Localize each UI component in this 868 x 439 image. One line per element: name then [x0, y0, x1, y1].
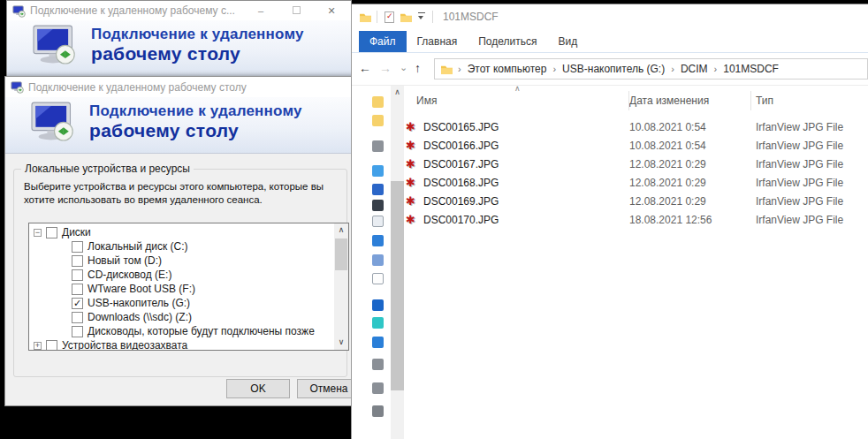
tree-item[interactable]: −Диски: [29, 225, 333, 239]
file-type: IrfanView JPG File: [756, 140, 868, 152]
scroll-thumb[interactable]: [391, 181, 404, 390]
drive-icon[interactable]: [372, 382, 384, 394]
recent-locations-button[interactable]: ⌄: [400, 62, 407, 73]
file-row[interactable]: ✱ DSC00168.JPG 12.08.2021 0:29 IrfanView…: [405, 173, 868, 192]
breadcrumb-item[interactable]: USB-накопитель (G:): [562, 63, 665, 75]
new-folder-button[interactable]: [400, 11, 413, 23]
checkbox[interactable]: [72, 241, 83, 253]
tree-item[interactable]: CD-дисковод (E:): [29, 268, 333, 282]
tree-item[interactable]: ✓USB-накопитель (G:): [29, 296, 333, 310]
tree-item[interactable]: Новый том (D:): [29, 254, 333, 268]
tab-главная[interactable]: Главная: [407, 31, 468, 52]
scroll-thumb[interactable]: [335, 238, 347, 270]
jpg-file-icon: ✱: [406, 176, 423, 189]
download-arrow-icon[interactable]: [372, 235, 384, 246]
monitor-icon[interactable]: [372, 165, 384, 177]
remote-desktop-icon: [28, 102, 80, 146]
drive-icon[interactable]: [372, 359, 384, 370]
breadcrumb-item[interactable]: DCIM: [681, 63, 708, 75]
checkbox[interactable]: [72, 284, 83, 295]
rdp-icon: [12, 4, 26, 18]
checkbox[interactable]: [72, 255, 83, 267]
rdp-dialog-front: Подключение к удаленному рабочему столу …: [4, 76, 358, 406]
checkbox[interactable]: [72, 269, 83, 281]
devices-tree: −ДискиЛокальный диск (C:)Новый том (D:)C…: [28, 223, 349, 351]
network-icon[interactable]: [372, 405, 384, 417]
device-icon[interactable]: [372, 140, 384, 152]
column-header-date[interactable]: Дата изменения: [629, 95, 756, 107]
document-icon[interactable]: [372, 216, 384, 227]
address-bar[interactable]: ›Этот компьютер›USB-накопитель (G:)›DCIM…: [434, 58, 868, 79]
banner-title-line2: рабочему столу: [89, 120, 302, 141]
checkbox[interactable]: [46, 340, 57, 352]
tree-item[interactable]: Дисководы, которые будут подключены позж…: [29, 324, 333, 338]
file-row[interactable]: ✱ DSC00167.JPG 12.08.2021 0:29 IrfanView…: [405, 155, 868, 173]
tree-item-label: Локальный диск (C:): [88, 240, 188, 253]
file-date: 12.08.2021 0:29: [629, 195, 756, 208]
expand-icon[interactable]: +: [34, 342, 42, 350]
minimize-button[interactable]: –: [243, 5, 278, 16]
jpg-file-icon: ✱: [406, 194, 423, 208]
onedrive-icon[interactable]: [372, 299, 384, 311]
file-date: 18.08.2021 12:56: [629, 214, 756, 226]
properties-button[interactable]: ✓: [385, 11, 394, 23]
file-type: IrfanView JPG File: [756, 214, 868, 226]
folder-icon[interactable]: [372, 96, 384, 108]
collapse-icon[interactable]: −: [34, 229, 42, 237]
checkbox[interactable]: [72, 326, 83, 337]
tree-item[interactable]: Downloads (\\sdc) (Z:): [29, 310, 333, 324]
close-button[interactable]: ✕: [314, 5, 349, 17]
film-icon[interactable]: [372, 200, 384, 211]
folder-icon[interactable]: [372, 115, 384, 126]
window-title: 101MSDCF: [443, 11, 499, 23]
titlebar[interactable]: Подключение к удаленному рабочему с... –…: [7, 1, 351, 20]
picture-icon[interactable]: [372, 254, 384, 266]
titlebar[interactable]: ✓ 101MSDCF: [352, 4, 868, 29]
file-date: 10.08.2021 0:54: [629, 121, 756, 133]
window-title: Подключение к удаленному рабочему с...: [30, 4, 235, 17]
video-folder-icon[interactable]: [372, 184, 384, 195]
file-name: DSC00166.JPG: [423, 140, 629, 152]
breadcrumb-item[interactable]: Этот компьютер: [468, 63, 547, 75]
back-button[interactable]: ←: [359, 61, 371, 75]
tree-item[interactable]: Локальный диск (C:): [29, 239, 333, 254]
file-row[interactable]: ✱ DSC00165.JPG 10.08.2021 0:54 IrfanView…: [405, 117, 868, 136]
jpg-file-icon: ✱: [406, 139, 423, 152]
file-row[interactable]: ✱ DSC00166.JPG 10.08.2021 0:54 IrfanView…: [405, 136, 868, 155]
checkbox[interactable]: [72, 312, 83, 323]
nav-scrollbar[interactable]: ∧: [391, 86, 404, 439]
blank-folder-icon[interactable]: [372, 273, 384, 284]
titlebar[interactable]: Подключение к удаленному рабочему столу: [5, 77, 357, 97]
tree-scrollbar[interactable]: ∧ ∨: [334, 223, 348, 350]
checkbox[interactable]: [46, 227, 57, 238]
jpg-file-icon: ✱: [406, 157, 423, 170]
tree-item[interactable]: +Устройства видеозахвата: [29, 338, 333, 351]
scroll-up-icon[interactable]: ∧: [391, 87, 404, 96]
groupbox-description: Выберите устройства и ресурсы этого комп…: [24, 180, 324, 207]
music-icon[interactable]: [372, 317, 384, 329]
qat-customize-button[interactable]: [418, 12, 425, 22]
tab-поделиться[interactable]: Поделиться: [468, 31, 547, 52]
maximize-button[interactable]: [278, 5, 314, 16]
column-headers: Имя Дата изменения Тип ∧: [405, 89, 868, 112]
checkbox[interactable]: ✓: [72, 298, 83, 309]
ok-button[interactable]: OK: [226, 379, 290, 398]
scroll-up-icon[interactable]: ∧: [334, 223, 348, 238]
breadcrumb-item[interactable]: 101MSDCF: [723, 63, 779, 75]
tab-вид[interactable]: Вид: [547, 31, 588, 52]
scroll-down-icon[interactable]: ∨: [334, 336, 348, 350]
up-button[interactable]: ↑: [415, 61, 421, 75]
banner-title-line2: рабочему столу: [91, 43, 304, 64]
check-icon: ✓: [386, 11, 393, 20]
file-row[interactable]: ✱ DSC00169.JPG 12.08.2021 0:29 IrfanView…: [405, 192, 868, 210]
column-header-name[interactable]: Имя: [416, 95, 629, 107]
file-row[interactable]: ✱ DSC00170.JPG 18.08.2021 12:56 IrfanVie…: [405, 210, 868, 229]
grid-drive-icon[interactable]: [372, 337, 384, 348]
tree-item[interactable]: WTware Boot USB (F:): [29, 282, 333, 296]
banner-title-line1: Подключение к удаленному: [91, 26, 304, 43]
column-header-type[interactable]: Тип: [756, 95, 868, 107]
tab-файл[interactable]: Файл: [359, 31, 407, 52]
forward-button[interactable]: →: [379, 61, 392, 75]
window-title: Подключение к удаленному рабочему столу: [28, 81, 247, 94]
file-date: 10.08.2021 0:54: [629, 140, 756, 152]
